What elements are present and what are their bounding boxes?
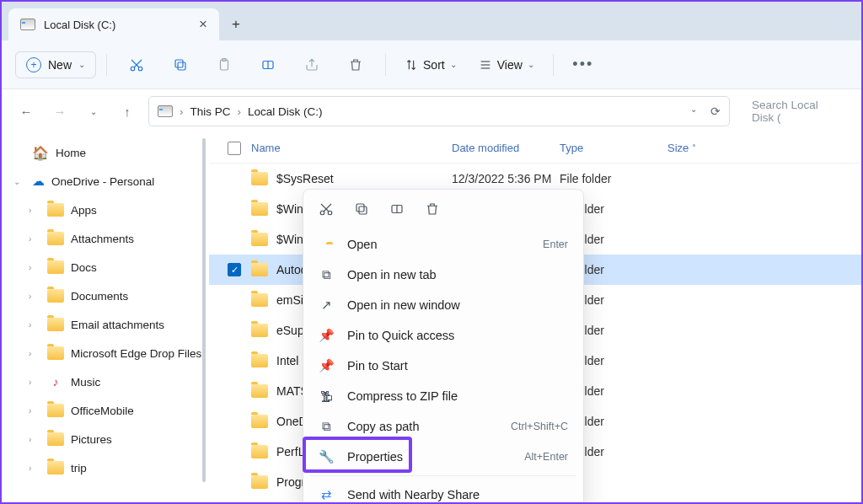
paste-button[interactable] <box>205 48 244 82</box>
crumb-current[interactable]: Local Disk (C:) <box>248 105 323 118</box>
tab-local-disk[interactable]: Local Disk (C:) × <box>8 8 219 40</box>
ctx-open-new-window[interactable]: ↗Open in new window <box>303 290 583 320</box>
crumb-sep-icon: › <box>180 105 184 118</box>
chevron-down-icon: ⌄ <box>528 60 534 69</box>
sidebar-item-onedrive[interactable]: ⌄ ☁ OneDrive - Personal <box>2 167 208 196</box>
sidebar-item[interactable]: ›OfficeMobile <box>2 396 208 425</box>
ctx-open[interactable]: OpenEnter <box>303 229 583 260</box>
back-button[interactable]: ← <box>13 94 39 128</box>
context-menu: OpenEnter ⧉Open in new tab ↗Open in new … <box>303 189 584 504</box>
ctx-compress-zip[interactable]: 🗜Compress to ZIP file <box>303 381 583 411</box>
folder-icon <box>47 232 64 245</box>
copy-icon[interactable] <box>354 201 369 221</box>
chevron-down-icon[interactable]: ⌄ <box>13 177 25 186</box>
col-name[interactable]: Name <box>251 142 452 154</box>
nav-row: ← → ⌄ ↑ › This PC › Local Disk (C:) ⌄ ⟳ … <box>2 89 861 133</box>
folder-icon <box>251 263 268 276</box>
col-size[interactable]: Size˄ <box>667 142 735 154</box>
chevron-right-icon[interactable]: › <box>29 206 40 215</box>
row-checkbox[interactable]: ✓ <box>228 263 251 276</box>
folder-icon <box>47 318 64 331</box>
sidebar-scrollbar[interactable] <box>202 138 206 482</box>
ctx-pin-start[interactable]: 📌Pin to Start <box>303 351 583 381</box>
sidebar-label: Music <box>71 376 100 389</box>
delete-button[interactable] <box>336 48 375 82</box>
sidebar-item[interactable]: ›Attachments <box>2 224 208 253</box>
folder-icon <box>47 404 64 417</box>
forward-button[interactable]: → <box>47 94 72 128</box>
address-bar[interactable]: › This PC › Local Disk (C:) ⌄ ⟳ <box>148 96 730 126</box>
chevron-right-icon[interactable]: › <box>29 464 40 473</box>
folder-icon <box>251 415 268 428</box>
recent-button[interactable]: ⌄ <box>81 94 106 128</box>
crumb-this-pc[interactable]: This PC <box>190 105 231 118</box>
sidebar-label: OfficeMobile <box>71 405 134 417</box>
ctx-open-new-tab[interactable]: ⧉Open in new tab <box>303 260 583 290</box>
ctx-pin-quick-access[interactable]: 📌Pin to Quick access <box>303 320 583 351</box>
chevron-right-icon[interactable]: › <box>29 263 40 272</box>
sidebar-item-home[interactable]: 🏠 Home <box>2 138 208 167</box>
sidebar-item[interactable]: ›Email attachments <box>2 310 208 339</box>
chevron-down-icon: ⌄ <box>450 60 457 69</box>
close-tab-icon[interactable]: × <box>199 16 207 33</box>
sidebar-label: Home <box>56 147 86 159</box>
col-date[interactable]: Date modified <box>452 142 560 154</box>
search-input[interactable]: Search Local Disk ( <box>743 96 836 126</box>
svg-rect-3 <box>175 60 183 67</box>
disk-icon <box>20 19 35 30</box>
address-dropdown-icon[interactable]: ⌄ <box>690 105 697 118</box>
sidebar-item[interactable]: ›Docs <box>2 253 208 281</box>
view-button[interactable]: View ⌄ <box>470 48 543 82</box>
delete-icon[interactable] <box>425 201 440 221</box>
select-all-checkbox[interactable] <box>228 142 251 155</box>
ctx-nearby-share[interactable]: ⇄Send with Nearby Share <box>303 480 583 504</box>
sort-label: Sort <box>423 58 445 72</box>
separator <box>106 54 107 76</box>
copypath-icon: ⧉ <box>319 419 334 434</box>
chevron-right-icon[interactable]: › <box>29 234 40 244</box>
cell-date: 12/3/2022 5:36 PM <box>452 172 560 185</box>
chevron-right-icon[interactable]: › <box>29 292 40 301</box>
sidebar-label: Pictures <box>71 433 112 446</box>
chevron-right-icon[interactable]: › <box>29 435 40 444</box>
rename-button[interactable] <box>249 48 287 82</box>
sidebar-item[interactable]: ›Documents <box>2 281 208 310</box>
folder-icon <box>47 432 64 446</box>
refresh-icon[interactable]: ⟳ <box>710 105 721 118</box>
chevron-down-icon: ⌄ <box>78 60 85 69</box>
chevron-right-icon[interactable]: › <box>29 378 40 387</box>
sidebar-label: Microsoft Edge Drop Files <box>71 347 201 360</box>
col-type[interactable]: Type <box>560 142 667 154</box>
toolbar: + New ⌄ Sort ⌄ View ⌄ ••• <box>2 40 861 89</box>
column-headers: Name Date modified Type Size˄ <box>209 133 861 164</box>
share-button[interactable] <box>292 48 331 82</box>
chevron-right-icon[interactable]: › <box>29 349 40 358</box>
rename-icon[interactable] <box>389 201 405 221</box>
separator <box>385 54 386 76</box>
cut-icon[interactable] <box>319 201 334 221</box>
ctx-copy-path[interactable]: ⧉Copy as pathCtrl+Shift+C <box>303 411 583 442</box>
copy-button[interactable] <box>161 48 200 82</box>
sidebar-item[interactable]: ›Microsoft Edge Drop Files <box>2 339 208 367</box>
chevron-right-icon[interactable]: › <box>29 320 40 330</box>
tab-title: Local Disk (C:) <box>44 19 115 31</box>
new-tab-button[interactable]: + <box>219 8 253 40</box>
sidebar-label: Apps <box>71 204 97 217</box>
cut-button[interactable] <box>117 48 156 82</box>
context-separator <box>310 475 576 476</box>
sort-button[interactable]: Sort ⌄ <box>396 48 465 82</box>
cell-name: $SysReset <box>251 172 452 185</box>
sidebar-item[interactable]: ›Pictures <box>2 425 208 453</box>
wrench-icon: 🔧 <box>319 449 334 464</box>
sidebar-item[interactable]: ›♪Music <box>2 367 208 396</box>
sidebar-item[interactable]: ›Apps <box>2 196 208 224</box>
up-button[interactable]: ↑ <box>115 94 140 128</box>
sidebar: 🏠 Home ⌄ ☁ OneDrive - Personal ›Apps›Att… <box>2 133 209 504</box>
new-button[interactable]: + New ⌄ <box>15 51 96 78</box>
sidebar-label: OneDrive - Personal <box>51 175 154 188</box>
sidebar-item[interactable]: ›trip <box>2 453 208 482</box>
cell-type: File folder <box>560 172 667 185</box>
chevron-right-icon[interactable]: › <box>29 406 40 416</box>
more-button[interactable]: ••• <box>564 48 603 82</box>
ctx-properties[interactable]: 🔧PropertiesAlt+Enter <box>303 442 583 472</box>
